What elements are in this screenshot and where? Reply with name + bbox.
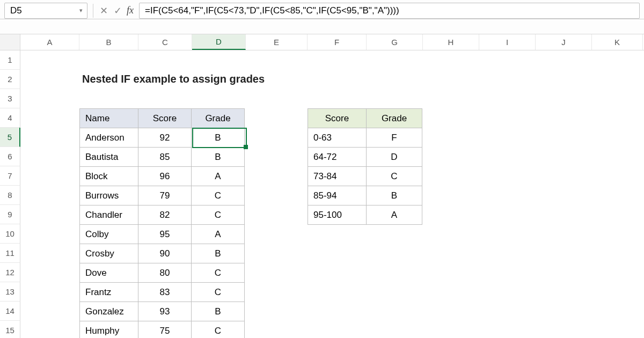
- col-header-active[interactable]: D: [192, 34, 246, 50]
- row-header[interactable]: 10: [0, 224, 20, 244]
- ribbon-spacer: [0, 19, 644, 34]
- header-grade: Grade: [192, 109, 245, 128]
- row-header[interactable]: 7: [0, 166, 20, 186]
- cell-canvas[interactable]: Nested IF example to assign grades Name …: [20, 50, 644, 338]
- row-header[interactable]: 3: [0, 89, 20, 108]
- row-header[interactable]: 1: [0, 50, 20, 70]
- worksheet-grid: 1 2 3 4 5 6 7 8 9 10 11 12 13 14 15 A B …: [0, 34, 644, 338]
- table-row: Chandler82C: [80, 205, 245, 225]
- col-header[interactable]: B: [79, 34, 138, 50]
- table-row: Frantz83C: [80, 283, 245, 302]
- row-header[interactable]: 12: [0, 263, 20, 282]
- cancel-icon[interactable]: ✕: [97, 5, 111, 17]
- header-score: Score: [308, 109, 367, 128]
- col-header[interactable]: A: [20, 34, 79, 50]
- row-header[interactable]: 13: [0, 282, 20, 302]
- grades-table: Name Score Grade Anderson92B Bautista85B…: [79, 108, 245, 338]
- row-header[interactable]: 14: [0, 302, 20, 321]
- select-all-corner[interactable]: [0, 34, 20, 50]
- col-header[interactable]: J: [536, 34, 592, 50]
- col-header[interactable]: E: [246, 34, 308, 50]
- sheet-title: Nested IF example to assign grades: [82, 73, 265, 85]
- enter-icon[interactable]: ✓: [111, 5, 125, 17]
- header-name: Name: [80, 109, 138, 128]
- table-row: 64-72D: [308, 148, 422, 167]
- col-header[interactable]: H: [423, 34, 479, 50]
- name-box[interactable]: D5 ▾: [4, 3, 87, 19]
- header-score: Score: [138, 109, 192, 128]
- chevron-down-icon[interactable]: ▾: [79, 7, 83, 14]
- lookup-table: Score Grade 0-63F 64-72D 73-84C 85-94B 9…: [308, 108, 422, 225]
- fx-icon[interactable]: fx: [125, 5, 139, 16]
- table-header-row: Name Score Grade: [80, 109, 245, 128]
- table-row: 95-100A: [308, 205, 422, 225]
- table-row: 0-63F: [308, 128, 422, 148]
- col-header[interactable]: I: [479, 34, 536, 50]
- col-header[interactable]: G: [367, 34, 423, 50]
- row-header-active[interactable]: 5: [0, 128, 20, 147]
- header-grade: Grade: [367, 109, 422, 128]
- table-row: Colby95A: [80, 225, 245, 244]
- row-header[interactable]: 2: [0, 70, 20, 89]
- table-row: Humphy75C: [80, 321, 245, 339]
- row-header[interactable]: 6: [0, 147, 20, 166]
- col-header[interactable]: C: [138, 34, 192, 50]
- formula-input[interactable]: =IF(C5<64,"F",IF(C5<73,"D",IF(C5<85,"C",…: [139, 3, 640, 19]
- table-row: Burrows79C: [80, 186, 245, 205]
- table-row: Gonzalez93B: [80, 302, 245, 321]
- col-header[interactable]: K: [592, 34, 643, 50]
- col-header[interactable]: F: [308, 34, 367, 50]
- table-row: 85-94B: [308, 186, 422, 205]
- table-row: 73-84C: [308, 167, 422, 186]
- table-row: Crosby90B: [80, 244, 245, 263]
- row-header[interactable]: 9: [0, 205, 20, 224]
- table-row: Block96A: [80, 167, 245, 186]
- table-row: Bautista85B: [80, 148, 245, 167]
- table-row: Anderson92B: [80, 128, 245, 148]
- table-header-row: Score Grade: [308, 109, 422, 128]
- row-header[interactable]: 8: [0, 186, 20, 205]
- name-box-value: D5: [10, 5, 22, 16]
- row-header[interactable]: 4: [0, 108, 20, 128]
- table-row: Dove80C: [80, 263, 245, 283]
- separator: [93, 4, 93, 18]
- formula-bar: D5 ▾ ✕ ✓ fx =IF(C5<64,"F",IF(C5<73,"D",I…: [0, 0, 644, 19]
- row-header[interactable]: 15: [0, 321, 20, 338]
- formula-text: =IF(C5<64,"F",IF(C5<73,"D",IF(C5<85,"C",…: [145, 5, 399, 16]
- row-header[interactable]: 11: [0, 244, 20, 263]
